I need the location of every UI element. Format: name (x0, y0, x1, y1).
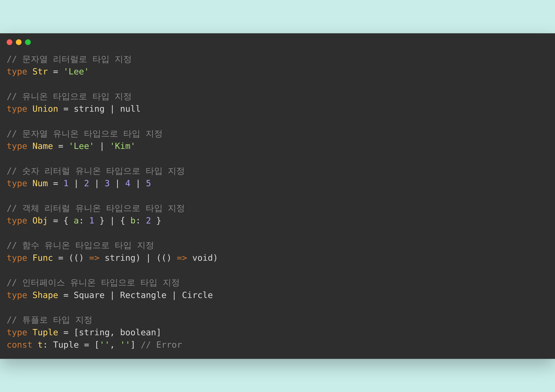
code-prop: a (74, 216, 79, 225)
code-block: // 문자열 리터럴로 타입 지정 type Str = 'Lee' // 유니… (0, 48, 555, 359)
code-type: Square (74, 290, 105, 300)
code-op: = (48, 66, 63, 76)
code-type: string (79, 327, 110, 337)
code-brace: { (120, 216, 130, 225)
code-type: void) (187, 253, 218, 263)
maximize-icon[interactable] (25, 39, 31, 45)
code-arrow: => (89, 253, 99, 263)
code-keyword: type (7, 216, 27, 225)
code-brace: } (94, 216, 105, 225)
code-op: | (68, 178, 84, 188)
code-op: | (94, 141, 110, 151)
code-keyword: type (7, 290, 27, 300)
code-number: 2 (84, 178, 89, 188)
code-paren: (() (156, 253, 177, 263)
code-op: : (43, 340, 53, 350)
code-op: : (79, 216, 89, 225)
code-typename: Name (32, 141, 53, 151)
code-op: = (79, 340, 94, 350)
code-typename: Func (32, 253, 53, 263)
code-number: 4 (125, 178, 131, 188)
code-string: '' (99, 340, 110, 350)
code-keyword: type (7, 327, 27, 337)
code-typename: Shape (32, 290, 58, 300)
close-icon[interactable] (7, 39, 12, 45)
code-op: | (110, 178, 125, 188)
code-brace: } (151, 216, 161, 225)
code-keyword: type (7, 178, 27, 188)
code-op: : (136, 216, 146, 225)
code-typename: Obj (32, 216, 48, 225)
code-type: Rectangle (120, 290, 167, 300)
code-typename: Num (32, 178, 48, 188)
minimize-icon[interactable] (16, 39, 22, 45)
code-comment: // 숫자 리터럴 유니온 타입으로 타입 지정 (7, 166, 185, 176)
code-op: | (105, 290, 120, 300)
code-op: | (141, 253, 156, 263)
code-number: 1 (89, 216, 94, 225)
code-number: 3 (105, 178, 110, 188)
code-type: string) (99, 253, 141, 263)
code-prop: b (130, 216, 136, 225)
code-keyword: type (7, 253, 27, 263)
code-op: = (53, 141, 69, 151)
code-op: | (167, 290, 182, 300)
code-op: | (89, 178, 105, 188)
code-varname: t (37, 340, 43, 350)
code-op: | (105, 216, 120, 225)
code-comment: // 문자열 유니온 타입으로 타입 지정 (7, 129, 163, 138)
code-typename: Tuple (32, 327, 58, 337)
code-comment: // 인터페이스 유니온 타입으로 타입 지정 (7, 277, 180, 288)
code-typename: Union (32, 104, 58, 114)
code-op: , (110, 340, 120, 350)
code-op: | (130, 178, 146, 188)
code-brace: { (63, 216, 74, 225)
code-string: '' (120, 340, 130, 350)
code-number: 2 (146, 216, 151, 225)
code-window: // 문자열 리터럴로 타입 지정 type Str = 'Lee' // 유니… (0, 33, 555, 359)
code-typename: Str (32, 66, 48, 76)
code-keyword: type (7, 141, 27, 151)
code-string: 'Lee' (68, 141, 94, 151)
code-op: = (58, 104, 74, 114)
code-bracket: [ (94, 340, 100, 350)
code-number: 5 (146, 178, 151, 188)
code-op: = (48, 216, 63, 225)
code-type: boolean (120, 327, 156, 337)
code-type: Circle (182, 290, 213, 300)
code-comment: // 객체 리터럴 유니온 타입으로 타입 지정 (7, 203, 185, 213)
code-string: 'Lee' (63, 66, 89, 76)
code-number: 1 (63, 178, 69, 188)
code-op: | (105, 104, 120, 114)
code-comment: // 함수 유니온 타입으로 타입 지정 (7, 240, 154, 250)
code-arrow: => (177, 253, 187, 263)
code-comment: // 튜플로 타입 지정 (7, 315, 92, 325)
code-op: = (53, 253, 69, 263)
code-paren: (() (68, 253, 89, 263)
code-comment: // 문자열 리터럴로 타입 지정 (7, 54, 132, 64)
code-bracket: ] (130, 340, 141, 350)
code-type: null (120, 104, 141, 114)
code-bracket: ] (156, 327, 161, 337)
code-op: = (58, 327, 74, 337)
code-keyword: type (7, 104, 27, 114)
code-op: = (48, 178, 63, 188)
code-keyword: const (7, 340, 32, 350)
code-comment: // 유니온 타입으로 타입 지정 (7, 91, 132, 101)
code-keyword: type (7, 66, 27, 76)
titlebar (0, 33, 555, 48)
code-op: , (110, 327, 120, 337)
code-string: 'Kim' (110, 141, 136, 151)
code-type: Tuple (53, 340, 79, 350)
code-bracket: [ (74, 327, 79, 337)
code-type: string (74, 104, 105, 114)
code-op: = (58, 290, 74, 300)
code-comment: // Error (141, 340, 182, 350)
